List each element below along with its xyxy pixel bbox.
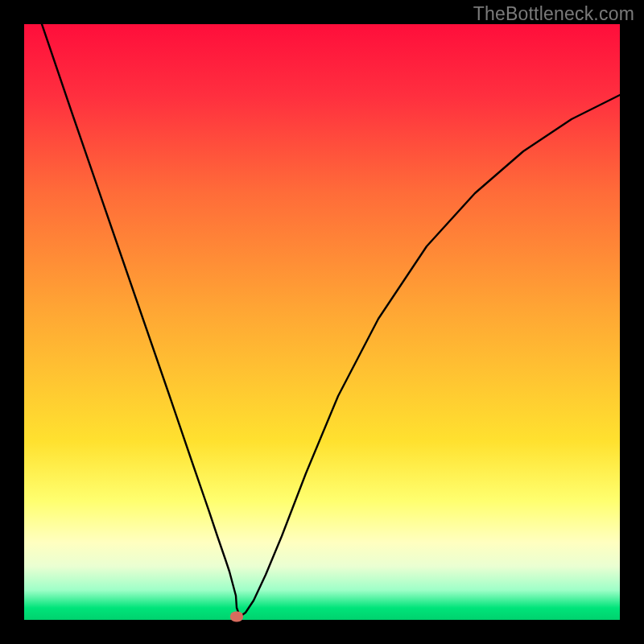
frame: TheBottleneck.com [0,0,644,644]
optimal-point-marker [230,612,243,622]
watermark-text: TheBottleneck.com [473,3,634,25]
plot-area [24,24,620,620]
bottleneck-curve [42,24,620,617]
curve-svg [24,24,620,620]
